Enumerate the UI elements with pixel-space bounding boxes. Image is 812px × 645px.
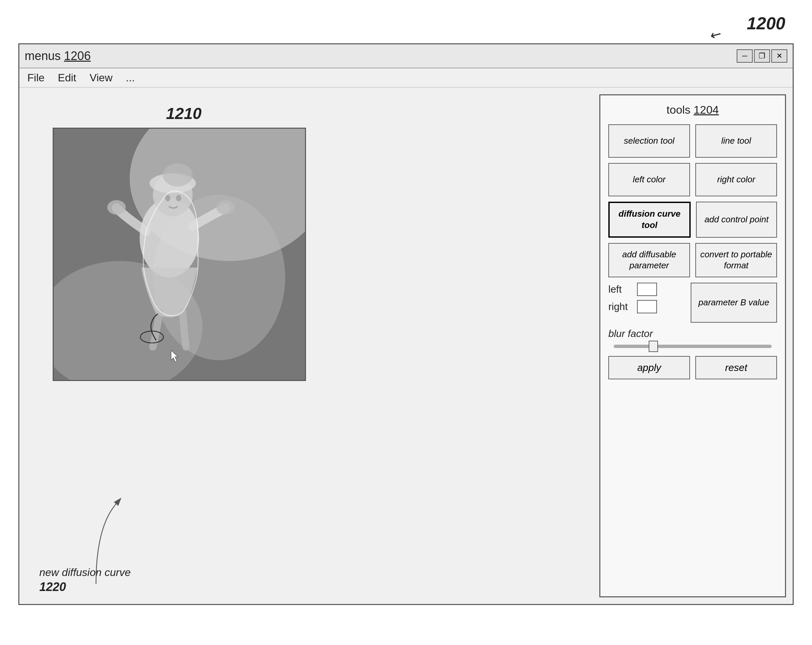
right-color-swatch[interactable] <box>637 300 657 313</box>
right-color-row: right <box>608 300 685 313</box>
left-color-swatch[interactable] <box>637 283 657 296</box>
tools-title: tools 1204 <box>608 103 777 116</box>
diagram-number: 1200 <box>747 13 785 34</box>
menu-file[interactable]: File <box>27 72 45 84</box>
right-color-button[interactable]: right color <box>695 163 777 196</box>
svg-point-11 <box>176 195 181 201</box>
selection-tool-button[interactable]: selection tool <box>608 124 690 158</box>
blur-slider-track[interactable] <box>614 345 772 348</box>
swatches-param-row: left right parameter B value <box>608 283 777 323</box>
menu-more[interactable]: ... <box>126 72 135 84</box>
left-label: left <box>608 284 632 295</box>
svg-point-9 <box>216 200 235 215</box>
add-control-point-button[interactable]: add control point <box>696 202 777 238</box>
blur-section: blur factor <box>608 328 777 351</box>
image-canvas[interactable] <box>53 128 306 381</box>
close-button[interactable]: ✕ <box>771 49 788 63</box>
menu-bar: File Edit View ... <box>19 68 793 88</box>
action-row: apply reset <box>608 356 777 379</box>
right-label: right <box>608 301 632 312</box>
minimize-button[interactable]: ─ <box>737 49 752 63</box>
tools-row-1: selection tool line tool <box>608 124 777 158</box>
svg-point-8 <box>107 200 126 215</box>
parameter-b-value-button[interactable]: parameter B value <box>691 283 777 323</box>
tools-panel: tools 1204 selection tool line tool left… <box>599 95 786 597</box>
title-bar: menus 1206 ─ ❐ ✕ <box>19 44 793 68</box>
line-tool-button[interactable]: line tool <box>695 124 777 158</box>
window-controls: ─ ❐ ✕ <box>737 49 788 63</box>
left-color-button[interactable]: left color <box>608 163 690 196</box>
app-window: menus 1206 ─ ❐ ✕ File Edit View ... 1210 <box>18 43 794 605</box>
left-color-row: left <box>608 283 685 296</box>
blur-slider-thumb[interactable] <box>649 341 658 352</box>
canvas-svg <box>53 129 305 380</box>
add-diffusable-parameter-button[interactable]: add diffusable parameter <box>608 243 690 278</box>
diagram-arrow: ↙ <box>708 25 725 44</box>
canvas-area: 1210 <box>19 88 599 604</box>
content-area: 1210 <box>19 88 793 604</box>
blur-label: blur factor <box>608 328 777 339</box>
apply-button[interactable]: apply <box>608 356 690 379</box>
menus-id: 1206 <box>64 49 91 63</box>
menu-edit[interactable]: Edit <box>58 72 76 84</box>
menu-view[interactable]: View <box>90 72 113 84</box>
window-title: menus 1206 <box>24 49 91 63</box>
tools-row-4: add diffusable parameter convert to port… <box>608 243 777 278</box>
diffusion-curve-tool-button[interactable]: diffusion curve tool <box>608 202 691 238</box>
tools-row-2: left color right color <box>608 163 777 196</box>
convert-to-portable-format-button[interactable]: convert to portable format <box>695 243 777 278</box>
restore-button[interactable]: ❐ <box>754 49 770 63</box>
svg-point-7 <box>163 163 192 186</box>
swatches-column: left right <box>608 283 685 313</box>
tools-id: 1204 <box>694 103 719 116</box>
tools-row-3: diffusion curve tool add control point <box>608 202 777 238</box>
canvas-label: 1210 <box>166 104 201 123</box>
curve-annotation-arrow <box>76 494 143 587</box>
reset-button[interactable]: reset <box>695 356 777 379</box>
